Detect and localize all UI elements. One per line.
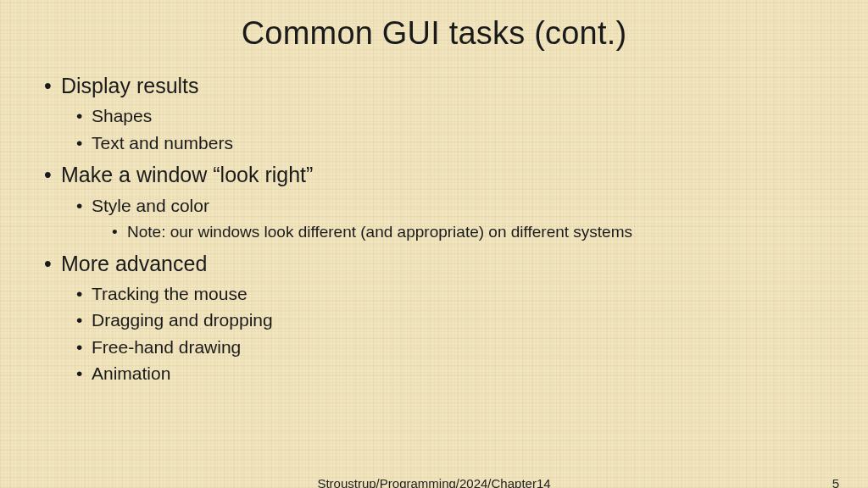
bullet-list: Display results Shapes Text and numbers …: [61, 70, 817, 387]
bullet-item: Shapes: [92, 103, 817, 130]
bullet-sublist: Tracking the mouse Dragging and dropping…: [61, 280, 817, 387]
bullet-sublist: Note: our windows look different (and ap…: [92, 220, 817, 245]
footer-text: Stroustrup/Programming/2024/Chapter14: [317, 476, 550, 488]
bullet-item: Animation: [92, 360, 817, 387]
bullet-sublist: Style and color Note: our windows look d…: [61, 192, 817, 245]
bullet-item: Text and numbers: [92, 130, 817, 157]
bullet-text: Animation: [92, 363, 170, 383]
bullet-sublist: Shapes Text and numbers: [61, 103, 817, 156]
bullet-text: Dragging and dropping: [92, 310, 273, 330]
bullet-text: Shapes: [92, 106, 152, 125]
bullet-item: Display results Shapes Text and numbers: [61, 70, 817, 156]
bullet-text: Note: our windows look different (and ap…: [127, 223, 632, 241]
slide-title: Common GUI tasks (cont.): [0, 15, 868, 52]
bullet-text: Style and color: [92, 196, 209, 215]
bullet-item: Style and color Note: our windows look d…: [92, 192, 817, 245]
page-number: 5: [832, 476, 839, 488]
bullet-item: Make a window “look right” Style and col…: [61, 159, 817, 244]
bullet-item: More advanced Tracking the mouse Draggin…: [61, 248, 817, 387]
slide: Common GUI tasks (cont.) Display results…: [0, 0, 868, 488]
bullet-text: Tracking the mouse: [92, 284, 248, 303]
bullet-item: Free-hand drawing: [92, 334, 817, 361]
bullet-text: Make a window “look right”: [61, 163, 313, 186]
bullet-text: Text and numbers: [92, 133, 233, 152]
bullet-text: Free-hand drawing: [92, 337, 241, 357]
bullet-item: Note: our windows look different (and ap…: [127, 220, 817, 245]
bullet-item: Dragging and dropping: [92, 307, 817, 334]
bullet-item: Tracking the mouse: [92, 280, 817, 308]
bullet-text: More advanced: [61, 252, 207, 275]
bullet-text: Display results: [61, 74, 199, 97]
slide-content: Display results Shapes Text and numbers …: [0, 70, 868, 387]
